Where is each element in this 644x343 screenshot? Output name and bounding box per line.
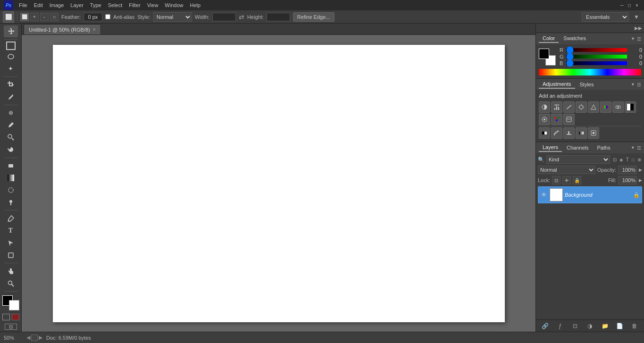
lock-all-btn[interactable]: 🔒 — [573, 176, 581, 184]
lock-position-btn[interactable]: ✛ — [562, 176, 571, 184]
menu-help[interactable]: Help — [187, 1, 203, 9]
tab-layers[interactable]: Layers — [539, 143, 562, 152]
layers-kind-select[interactable]: Kind Name Effect — [546, 155, 610, 164]
menu-select[interactable]: Select — [105, 1, 125, 9]
filter-smart-icon[interactable]: ⊕ — [636, 156, 642, 163]
menu-edit[interactable]: Edit — [31, 1, 46, 9]
quick-mask-btn[interactable] — [12, 314, 19, 320]
tab-color[interactable]: Color — [539, 34, 559, 43]
menu-window[interactable]: Window — [162, 1, 186, 9]
zoom-tool[interactable] — [4, 277, 18, 289]
pen-tool[interactable] — [4, 212, 18, 224]
blur-tool[interactable] — [4, 184, 18, 196]
filter-shape-icon[interactable]: □ — [631, 156, 636, 163]
move-tool[interactable] — [4, 25, 18, 37]
menu-image[interactable]: Image — [47, 1, 67, 9]
menu-file[interactable]: File — [16, 1, 30, 9]
gradient-tool[interactable] — [4, 172, 18, 184]
fg-color-box[interactable] — [539, 49, 549, 59]
tab-channels[interactable]: Channels — [563, 144, 592, 151]
background-layer-row[interactable]: 👁 Background 🔒 — [538, 186, 642, 203]
status-thumb-btn[interactable] — [31, 335, 38, 341]
adj-panel-menu[interactable]: ☰ — [636, 82, 641, 87]
tab-styles[interactable]: Styles — [576, 81, 598, 88]
new-layer-icon[interactable]: 📄 — [616, 322, 624, 330]
main-canvas[interactable] — [53, 45, 505, 322]
color-lookup-icon[interactable] — [563, 114, 575, 125]
close-button[interactable]: × — [634, 2, 640, 8]
layer-link-icon[interactable]: 🔗 — [541, 322, 550, 330]
layer-adj-icon[interactable]: ◑ — [585, 322, 594, 330]
filter-pixel-icon[interactable]: ⊡ — [612, 156, 618, 163]
green-slider[interactable] — [566, 55, 627, 59]
color-spectrum[interactable] — [539, 69, 641, 75]
height-input[interactable] — [267, 13, 290, 21]
refine-edge-button[interactable]: Refine Edge... — [293, 12, 335, 22]
invert-icon[interactable] — [539, 127, 550, 139]
new-sel-btn[interactable]: ⬜ — [20, 13, 29, 21]
color-panel-collapse[interactable]: ▼ — [631, 36, 635, 41]
tool-options-icon[interactable]: ⬜ — [3, 11, 14, 23]
status-nav-left[interactable]: ◀ — [26, 335, 30, 341]
layers-mode-select[interactable]: Normal Multiply Screen — [538, 166, 595, 174]
style-select[interactable]: Normal Fixed Ratio Fixed Size — [153, 12, 192, 22]
workspace-select[interactable]: Essentials Design Painting — [582, 12, 629, 22]
panels-collapse-icon[interactable]: ▶▶ — [635, 25, 642, 31]
marquee-tool[interactable] — [6, 42, 16, 50]
fill-input[interactable] — [618, 176, 637, 184]
curves-icon[interactable] — [563, 101, 575, 113]
blue-slider[interactable] — [566, 61, 627, 65]
threshold-icon[interactable] — [563, 127, 575, 139]
vibrance-icon[interactable] — [588, 101, 599, 113]
type-tool[interactable]: T — [4, 225, 18, 236]
canvas-wrapper[interactable] — [22, 35, 535, 332]
crop-tool[interactable] — [4, 79, 18, 91]
menu-filter[interactable]: Filter — [126, 1, 143, 9]
clone-tool[interactable] — [4, 132, 18, 143]
tab-adjustments[interactable]: Adjustments — [539, 80, 575, 89]
shape-tool[interactable] — [4, 249, 18, 261]
tab-swatches[interactable]: Swatches — [560, 34, 590, 43]
path-selection-tool[interactable] — [4, 237, 18, 249]
photo-filter-icon[interactable] — [539, 114, 550, 125]
filter-adj-icon[interactable]: ◈ — [619, 156, 624, 163]
eyedropper-tool[interactable] — [4, 91, 18, 103]
delete-layer-icon[interactable]: 🗑 — [630, 322, 639, 330]
background-color[interactable] — [9, 300, 19, 310]
status-nav-right[interactable]: ▶ — [39, 335, 42, 341]
intersect-sel-btn[interactable]: ∩ — [50, 13, 59, 21]
exposure-icon[interactable] — [576, 101, 587, 113]
red-slider[interactable] — [566, 48, 627, 52]
channel-mixer-icon[interactable] — [551, 114, 562, 125]
screen-mode-btn[interactable]: ⊡ — [5, 324, 17, 330]
menu-type[interactable]: Type — [87, 1, 104, 9]
menu-layer[interactable]: Layer — [67, 1, 86, 9]
search-workspace-icon[interactable]: ▼ — [632, 14, 641, 20]
layers-panel-collapse[interactable]: ▼ — [631, 145, 635, 150]
magic-wand-tool[interactable]: ✦ — [4, 63, 18, 75]
levels-icon[interactable] — [551, 101, 562, 113]
posterize-icon[interactable] — [551, 127, 562, 139]
swap-dimensions-icon[interactable]: ⇄ — [239, 13, 244, 21]
add-sel-btn[interactable]: + — [30, 13, 39, 21]
gradient-map-icon[interactable] — [576, 127, 587, 139]
menu-view[interactable]: View — [144, 1, 161, 9]
width-input[interactable] — [212, 13, 236, 21]
layer-style-icon[interactable]: ƒ — [556, 322, 564, 330]
sub-sel-btn[interactable]: - — [40, 13, 49, 21]
layers-panel-menu[interactable]: ☰ — [636, 145, 641, 151]
filter-type-icon[interactable]: T — [625, 156, 630, 163]
adj-panel-collapse[interactable]: ▼ — [631, 82, 635, 87]
tab-close-button[interactable]: × — [93, 27, 96, 32]
maximize-button[interactable]: □ — [626, 2, 633, 8]
color-panel-menu[interactable]: ☰ — [636, 36, 641, 42]
tab-paths[interactable]: Paths — [594, 144, 614, 151]
lasso-tool[interactable] — [4, 50, 18, 62]
layer-visibility-icon[interactable]: 👁 — [540, 191, 548, 199]
brush-tool[interactable] — [4, 119, 18, 131]
standard-mode-btn[interactable] — [2, 314, 10, 320]
heal-tool[interactable]: ⊕ — [4, 107, 18, 119]
minimize-button[interactable]: ─ — [619, 2, 625, 8]
layer-mask-icon[interactable]: ⊡ — [571, 322, 579, 330]
hand-tool[interactable] — [4, 265, 18, 277]
